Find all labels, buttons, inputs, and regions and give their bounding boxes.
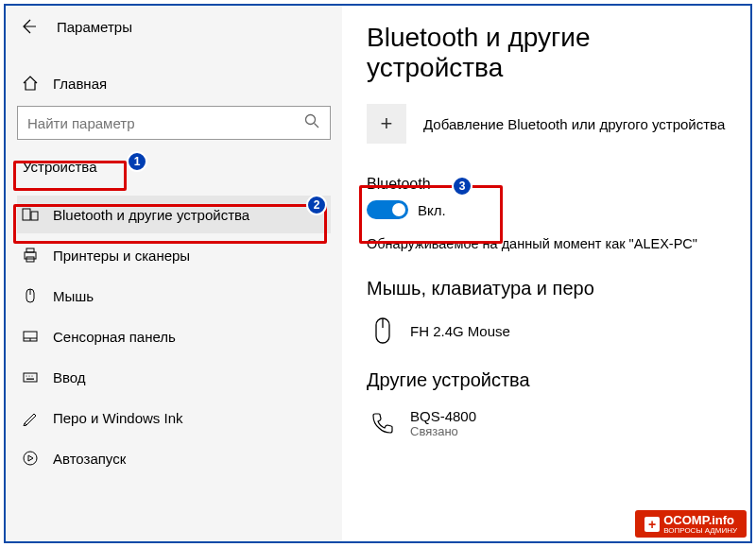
svg-rect-4 — [26, 248, 34, 252]
nav-item-label: Автозапуск — [53, 451, 126, 467]
search-input[interactable] — [27, 115, 303, 131]
nav-item-label: Принтеры и сканеры — [53, 248, 190, 264]
section-mouse-keyboard-title: Мышь, клавиатура и перо — [367, 278, 733, 299]
touchpad-icon — [21, 327, 40, 346]
add-device-button[interactable]: + Добавление Bluetooth или другого устро… — [367, 104, 733, 144]
keyboard-icon — [21, 368, 40, 386]
search-box[interactable] — [17, 106, 331, 140]
svg-point-0 — [306, 115, 316, 125]
home-nav[interactable]: Главная — [17, 66, 331, 100]
header-row: Параметры — [17, 15, 331, 38]
category-title: Устройства — [17, 151, 102, 182]
back-arrow-icon — [19, 17, 38, 36]
nav-pen[interactable]: Перо и Windows Ink — [17, 399, 331, 436]
nav-item-label: Мышь — [53, 288, 94, 304]
autoplay-icon — [21, 449, 40, 468]
plus-icon: + — [367, 104, 406, 144]
bluetooth-label: Bluetooth — [367, 176, 733, 193]
svg-point-14 — [31, 375, 32, 376]
bluetooth-section: Bluetooth Вкл. — [367, 176, 733, 219]
nav-item-label: Перо и Windows Ink — [53, 410, 183, 426]
right-pane: Bluetooth и другие устройства + Добавлен… — [342, 6, 750, 541]
svg-rect-2 — [31, 212, 38, 220]
device-name: BQS-4800 — [410, 408, 476, 424]
nav-mouse[interactable]: Мышь — [17, 277, 331, 315]
discoverable-text: Обнаруживаемое на данный момент как "ALE… — [367, 236, 733, 251]
settings-window: Параметры Главная Устройства Bluetooth и… — [4, 4, 752, 543]
device-row-phone[interactable]: BQS-4800 Связано — [367, 402, 733, 444]
device-status: Связано — [410, 424, 476, 438]
bluetooth-toggle[interactable] — [367, 200, 408, 219]
bluetooth-devices-icon — [21, 205, 40, 224]
nav-typing[interactable]: Ввод — [17, 358, 331, 396]
home-label: Главная — [53, 76, 107, 92]
nav-item-label: Bluetooth и другие устройства — [53, 207, 249, 223]
mouse-device-icon — [369, 316, 397, 345]
phone-device-icon — [369, 409, 397, 437]
nav-item-label: Ввод — [53, 369, 86, 385]
toggle-knob — [392, 203, 405, 216]
svg-rect-1 — [23, 209, 30, 220]
nav-item-label: Сенсорная панель — [53, 329, 176, 345]
add-device-label: Добавление Bluetooth или другого устройс… — [423, 116, 725, 132]
svg-point-16 — [24, 452, 37, 465]
svg-rect-15 — [26, 379, 34, 380]
device-row-mouse[interactable]: FH 2.4G Mouse — [367, 311, 733, 350]
device-name: FH 2.4G Mouse — [410, 323, 510, 339]
mouse-icon — [21, 286, 40, 305]
svg-rect-11 — [24, 373, 37, 382]
left-pane: Параметры Главная Устройства Bluetooth и… — [6, 6, 342, 541]
svg-point-13 — [28, 375, 29, 376]
section-other-devices-title: Другие устройства — [367, 369, 733, 391]
app-title: Параметры — [57, 19, 132, 35]
bluetooth-toggle-state: Вкл. — [418, 202, 446, 218]
nav-autoplay[interactable]: Автозапуск — [17, 439, 331, 477]
nav-printers[interactable]: Принтеры и сканеры — [17, 236, 331, 274]
bluetooth-toggle-row: Вкл. — [367, 200, 733, 219]
home-icon — [21, 74, 40, 93]
search-icon — [303, 112, 320, 133]
printer-icon — [21, 246, 40, 265]
svg-point-12 — [26, 375, 26, 376]
nav-bluetooth-devices[interactable]: Bluetooth и другие устройства — [17, 196, 331, 233]
page-title: Bluetooth и другие устройства — [367, 23, 733, 83]
back-button[interactable] — [17, 15, 40, 38]
pen-icon — [21, 408, 40, 427]
nav-touchpad[interactable]: Сенсорная панель — [17, 317, 331, 355]
